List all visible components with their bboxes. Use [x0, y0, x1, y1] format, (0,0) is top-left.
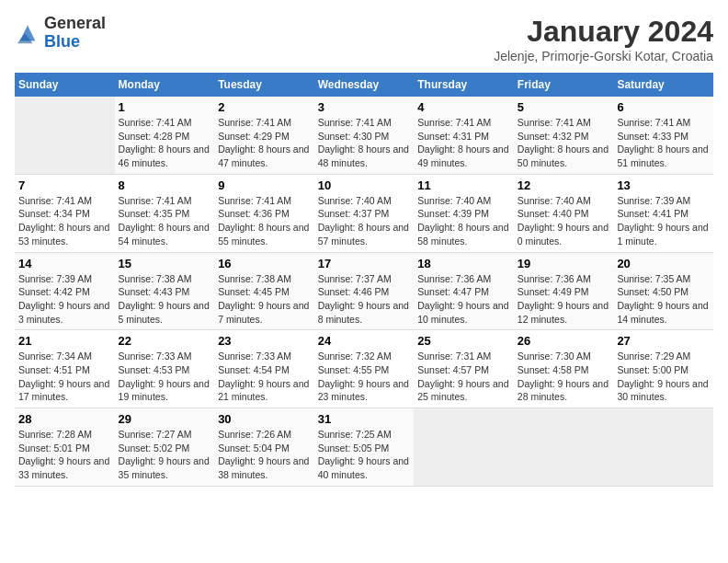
calendar-cell: 12Sunrise: 7:40 AM Sunset: 4:40 PM Dayli…: [514, 174, 614, 252]
calendar-cell: 9Sunrise: 7:41 AM Sunset: 4:36 PM Daylig…: [214, 174, 314, 252]
day-detail: Sunrise: 7:41 AM Sunset: 4:32 PM Dayligh…: [518, 116, 610, 170]
day-number: 21: [18, 334, 111, 348]
logo-blue-text: Blue: [44, 33, 106, 52]
day-number: 26: [518, 334, 610, 348]
day-number: 23: [218, 334, 311, 348]
day-number: 13: [617, 178, 710, 192]
logo-icon: [15, 20, 40, 46]
day-number: 2: [218, 100, 311, 114]
calendar-cell: 26Sunrise: 7:30 AM Sunset: 4:58 PM Dayli…: [514, 330, 614, 408]
day-detail: Sunrise: 7:38 AM Sunset: 4:45 PM Dayligh…: [218, 272, 311, 327]
calendar-cell: 15Sunrise: 7:38 AM Sunset: 4:43 PM Dayli…: [115, 252, 215, 330]
day-detail: Sunrise: 7:35 AM Sunset: 4:50 PM Dayligh…: [617, 272, 710, 327]
logo: General Blue: [15, 15, 106, 52]
day-number: 19: [518, 257, 610, 270]
day-detail: Sunrise: 7:32 AM Sunset: 4:55 PM Dayligh…: [318, 350, 411, 404]
day-number: 1: [119, 100, 211, 114]
page-header: General Blue January 2024 Jelenje, Primo…: [15, 15, 713, 63]
calendar-cell: 8Sunrise: 7:41 AM Sunset: 4:35 PM Daylig…: [115, 174, 215, 252]
day-detail: Sunrise: 7:30 AM Sunset: 4:58 PM Dayligh…: [518, 350, 610, 404]
header-saturday: Saturday: [613, 73, 713, 97]
calendar-cell: 2Sunrise: 7:41 AM Sunset: 4:29 PM Daylig…: [214, 97, 314, 174]
day-detail: Sunrise: 7:41 AM Sunset: 4:35 PM Dayligh…: [119, 194, 211, 248]
day-detail: Sunrise: 7:41 AM Sunset: 4:36 PM Dayligh…: [218, 194, 311, 248]
calendar-cell: 5Sunrise: 7:41 AM Sunset: 4:32 PM Daylig…: [514, 97, 614, 174]
calendar-cell: 28Sunrise: 7:28 AM Sunset: 5:01 PM Dayli…: [15, 408, 115, 487]
header-sunday: Sunday: [15, 73, 115, 97]
day-detail: Sunrise: 7:37 AM Sunset: 4:46 PM Dayligh…: [318, 272, 411, 327]
week-row-5: 28Sunrise: 7:28 AM Sunset: 5:01 PM Dayli…: [15, 408, 713, 487]
day-number: 27: [617, 334, 710, 348]
days-header-row: SundayMondayTuesdayWednesdayThursdayFrid…: [15, 73, 713, 97]
calendar-cell: 29Sunrise: 7:27 AM Sunset: 5:02 PM Dayli…: [115, 408, 215, 487]
day-detail: Sunrise: 7:33 AM Sunset: 4:54 PM Dayligh…: [218, 350, 311, 404]
calendar-cell: 18Sunrise: 7:36 AM Sunset: 4:47 PM Dayli…: [414, 252, 514, 330]
day-number: 28: [18, 412, 111, 426]
day-detail: Sunrise: 7:25 AM Sunset: 5:05 PM Dayligh…: [318, 428, 411, 482]
day-detail: Sunrise: 7:39 AM Sunset: 4:41 PM Dayligh…: [617, 194, 710, 248]
day-detail: Sunrise: 7:29 AM Sunset: 5:00 PM Dayligh…: [617, 350, 710, 404]
calendar-cell: 1Sunrise: 7:41 AM Sunset: 4:28 PM Daylig…: [115, 97, 215, 174]
title-area: January 2024 Jelenje, Primorje-Gorski Ko…: [494, 15, 713, 63]
day-detail: Sunrise: 7:26 AM Sunset: 5:04 PM Dayligh…: [218, 428, 311, 482]
calendar-cell: 11Sunrise: 7:40 AM Sunset: 4:39 PM Dayli…: [414, 174, 514, 252]
day-detail: Sunrise: 7:41 AM Sunset: 4:34 PM Dayligh…: [18, 194, 111, 248]
day-detail: Sunrise: 7:40 AM Sunset: 4:37 PM Dayligh…: [318, 194, 411, 248]
calendar-cell: 23Sunrise: 7:33 AM Sunset: 4:54 PM Dayli…: [214, 330, 314, 408]
day-number: 17: [318, 257, 411, 270]
calendar-cell: [613, 408, 713, 487]
day-number: 4: [417, 100, 510, 114]
calendar-cell: 22Sunrise: 7:33 AM Sunset: 4:53 PM Dayli…: [115, 330, 215, 408]
day-detail: Sunrise: 7:33 AM Sunset: 4:53 PM Dayligh…: [119, 350, 211, 404]
day-detail: Sunrise: 7:36 AM Sunset: 4:47 PM Dayligh…: [417, 272, 510, 327]
day-number: 14: [18, 257, 111, 270]
logo-text: General Blue: [44, 15, 106, 52]
day-detail: Sunrise: 7:41 AM Sunset: 4:31 PM Dayligh…: [417, 116, 510, 170]
day-number: 31: [318, 412, 411, 426]
day-detail: Sunrise: 7:41 AM Sunset: 4:29 PM Dayligh…: [218, 116, 311, 170]
day-detail: Sunrise: 7:28 AM Sunset: 5:01 PM Dayligh…: [18, 428, 111, 482]
header-wednesday: Wednesday: [314, 73, 415, 97]
day-number: 11: [417, 178, 510, 192]
day-detail: Sunrise: 7:40 AM Sunset: 4:39 PM Dayligh…: [417, 194, 510, 248]
day-number: 7: [18, 178, 111, 192]
calendar-cell: 6Sunrise: 7:41 AM Sunset: 4:33 PM Daylig…: [613, 97, 713, 174]
calendar-cell: [514, 408, 614, 487]
week-row-1: 1Sunrise: 7:41 AM Sunset: 4:28 PM Daylig…: [15, 97, 713, 174]
calendar-cell: 17Sunrise: 7:37 AM Sunset: 4:46 PM Dayli…: [314, 252, 415, 330]
logo-general-text: General: [44, 15, 106, 33]
month-title: January 2024: [494, 15, 713, 49]
day-detail: Sunrise: 7:41 AM Sunset: 4:33 PM Dayligh…: [617, 116, 710, 170]
calendar-cell: 19Sunrise: 7:36 AM Sunset: 4:49 PM Dayli…: [514, 252, 614, 330]
calendar-cell: 4Sunrise: 7:41 AM Sunset: 4:31 PM Daylig…: [414, 97, 514, 174]
day-detail: Sunrise: 7:31 AM Sunset: 4:57 PM Dayligh…: [417, 350, 510, 404]
day-number: 5: [518, 100, 610, 114]
calendar-cell: 30Sunrise: 7:26 AM Sunset: 5:04 PM Dayli…: [214, 408, 314, 487]
calendar-cell: 10Sunrise: 7:40 AM Sunset: 4:37 PM Dayli…: [314, 174, 415, 252]
calendar-cell: 21Sunrise: 7:34 AM Sunset: 4:51 PM Dayli…: [15, 330, 115, 408]
day-number: 22: [119, 334, 211, 348]
day-number: 29: [119, 412, 211, 426]
week-row-3: 14Sunrise: 7:39 AM Sunset: 4:42 PM Dayli…: [15, 252, 713, 330]
calendar-cell: 20Sunrise: 7:35 AM Sunset: 4:50 PM Dayli…: [613, 252, 713, 330]
calendar-cell: [414, 408, 514, 487]
day-detail: Sunrise: 7:38 AM Sunset: 4:43 PM Dayligh…: [119, 272, 211, 327]
calendar-cell: 25Sunrise: 7:31 AM Sunset: 4:57 PM Dayli…: [414, 330, 514, 408]
day-number: 20: [617, 257, 710, 270]
calendar-cell: [15, 97, 115, 174]
calendar-cell: 3Sunrise: 7:41 AM Sunset: 4:30 PM Daylig…: [314, 97, 415, 174]
calendar-cell: 31Sunrise: 7:25 AM Sunset: 5:05 PM Dayli…: [314, 408, 415, 487]
calendar-cell: 13Sunrise: 7:39 AM Sunset: 4:41 PM Dayli…: [613, 174, 713, 252]
day-number: 18: [417, 257, 510, 270]
day-number: 3: [318, 100, 411, 114]
calendar-table: SundayMondayTuesdayWednesdayThursdayFrid…: [15, 73, 713, 487]
calendar-cell: 14Sunrise: 7:39 AM Sunset: 4:42 PM Dayli…: [15, 252, 115, 330]
week-row-2: 7Sunrise: 7:41 AM Sunset: 4:34 PM Daylig…: [15, 174, 713, 252]
day-detail: Sunrise: 7:41 AM Sunset: 4:30 PM Dayligh…: [318, 116, 411, 170]
day-number: 15: [119, 257, 211, 270]
calendar-cell: 27Sunrise: 7:29 AM Sunset: 5:00 PM Dayli…: [613, 330, 713, 408]
calendar-cell: 24Sunrise: 7:32 AM Sunset: 4:55 PM Dayli…: [314, 330, 415, 408]
calendar-cell: 16Sunrise: 7:38 AM Sunset: 4:45 PM Dayli…: [214, 252, 314, 330]
day-number: 30: [218, 412, 311, 426]
day-number: 25: [417, 334, 510, 348]
